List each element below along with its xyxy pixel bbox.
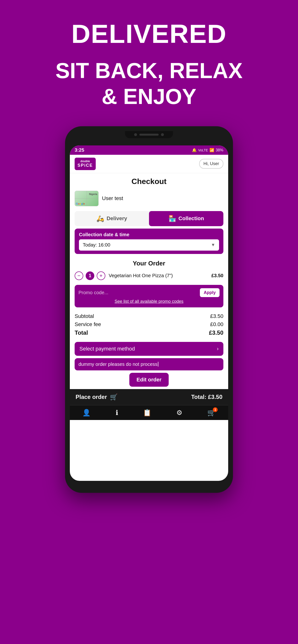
delivery-tab[interactable]: 🛵 Delivery — [75, 211, 149, 226]
status-bar: 3:25 🔔 VoLTE 📶 38% — [70, 146, 228, 155]
delivery-collection-tabs: 🛵 Delivery 🏪 Collection — [75, 211, 223, 226]
service-fee-label: Service fee — [75, 321, 101, 328]
quantity-display: 1 — [86, 272, 94, 280]
promo-code-input[interactable] — [78, 290, 198, 296]
map-address-section: Nigeria Google User test — [70, 188, 228, 209]
total-row: Total £3.50 — [75, 328, 223, 337]
total-label: Total — [75, 330, 88, 336]
see-promo-codes-link[interactable]: See list of all available promo codes — [78, 299, 220, 304]
edit-order-button[interactable]: Edit order — [129, 373, 169, 387]
order-notes-text: dummy order pleases do not process — [78, 362, 158, 367]
collection-tab-label: Collection — [179, 216, 204, 222]
wifi-icon: 📶 — [209, 148, 214, 152]
decrease-qty-button[interactable]: − — [75, 272, 83, 280]
collection-icon: 🏪 — [169, 215, 176, 222]
order-summary: Subtotal £3.50 Service fee £0.00 Total £… — [70, 310, 228, 340]
profile-icon: 👤 — [82, 409, 91, 417]
hero-subtitle: SIT BACK, RELAX& ENJOY — [55, 58, 243, 110]
collection-tab[interactable]: 🏪 Collection — [149, 211, 223, 226]
map-grid-v — [87, 191, 87, 206]
item-name: Vegetarian Hot One Pizza (7") — [109, 273, 208, 278]
quantity-control: − 1 + — [75, 272, 105, 280]
status-right: 🔔 VoLTE 📶 38% — [192, 148, 223, 152]
subtotal-label: Subtotal — [75, 313, 94, 319]
delivery-tab-label: Delivery — [106, 216, 127, 222]
speaker — [139, 134, 159, 136]
subtotal-value: £3.50 — [210, 313, 223, 319]
menu-icon: 📋 — [143, 409, 152, 417]
collection-section: Collection date & time Today: 16:00 ▼ — [75, 228, 223, 254]
cart-badge: 1 — [213, 407, 218, 412]
hi-user-button[interactable]: Hi, User — [199, 159, 223, 169]
nav-settings[interactable]: ⚙ — [176, 409, 182, 417]
place-order-total: Total: £3.50 — [191, 394, 222, 400]
google-logo: Google — [76, 202, 85, 205]
app-header: double SPiCE Hi, User — [70, 155, 228, 173]
map-bg: Nigeria Google — [75, 191, 98, 206]
item-price: £3.50 — [211, 273, 223, 278]
your-order-title: Your Order — [70, 256, 228, 269]
nav-cart[interactable]: 🛒 1 — [207, 409, 216, 417]
volte-icon: VoLTE — [198, 148, 208, 152]
phone-notch-area — [70, 131, 228, 146]
order-notes-field[interactable]: dummy order pleases do not process — [75, 358, 223, 370]
nav-menu[interactable]: 📋 — [143, 409, 152, 417]
total-value: £3.50 — [209, 330, 223, 336]
nav-profile[interactable]: 👤 — [82, 409, 91, 417]
checkout-title: Checkout — [70, 173, 228, 188]
order-item: − 1 + Vegetarian Hot One Pizza (7") £3.5… — [70, 269, 228, 282]
address-text: User test — [102, 195, 123, 202]
map-country-label: Nigeria — [89, 193, 97, 196]
alarm-icon: 🔔 — [192, 148, 197, 152]
cart-icon: 🛒 — [110, 394, 117, 401]
time-dropdown[interactable]: Today: 16:00 ▼ — [79, 239, 219, 250]
app-logo: double SPiCE — [75, 158, 96, 170]
hero-title: DELIVERED — [55, 19, 243, 48]
status-time: 3:25 — [75, 147, 84, 153]
place-order-label: Place order — [76, 394, 107, 400]
logo-spice: SPiCE — [77, 163, 93, 168]
promo-input-row: Apply — [78, 288, 220, 297]
chevron-right-icon: › — [217, 346, 219, 352]
select-payment-method-button[interactable]: Select payment method › — [75, 342, 223, 356]
service-fee-value: £0.00 — [210, 321, 223, 328]
map-thumbnail[interactable]: Nigeria Google — [75, 191, 99, 206]
camera-dot-2 — [161, 133, 164, 136]
info-icon: ℹ — [116, 409, 118, 417]
time-value: Today: 16:00 — [83, 242, 110, 248]
payment-method-label: Select payment method — [79, 346, 135, 352]
subtotal-row: Subtotal £3.50 — [75, 312, 223, 320]
phone-mockup: 3:25 🔔 VoLTE 📶 38% double SPiCE Hi, User… — [65, 126, 233, 493]
place-order-bar[interactable]: Place order 🛒 Total: £3.50 — [70, 389, 228, 405]
bottom-nav: 👤 ℹ 📋 ⚙ 🛒 1 — [70, 405, 228, 420]
service-fee-row: Service fee £0.00 — [75, 320, 223, 328]
camera-dot — [134, 133, 137, 136]
text-cursor — [158, 362, 158, 366]
phone-bottom-bar — [70, 481, 228, 488]
settings-icon: ⚙ — [176, 409, 182, 417]
phone-notch — [125, 131, 173, 138]
collection-section-label: Collection date & time — [79, 232, 219, 238]
battery-text: 38% — [216, 148, 223, 152]
logo-double: double — [80, 160, 90, 163]
phone-screen: 3:25 🔔 VoLTE 📶 38% double SPiCE Hi, User… — [70, 146, 228, 481]
nav-info[interactable]: ℹ — [116, 409, 118, 417]
delivery-icon: 🛵 — [96, 215, 104, 222]
hero-section: DELIVERED SIT BACK, RELAX& ENJOY — [55, 0, 243, 119]
dropdown-arrow-icon: ▼ — [211, 242, 215, 248]
apply-promo-button[interactable]: Apply — [200, 288, 220, 297]
promo-section: Apply See list of all available promo co… — [75, 285, 223, 308]
place-order-left: Place order 🛒 — [76, 394, 117, 401]
increase-qty-button[interactable]: + — [97, 272, 105, 280]
